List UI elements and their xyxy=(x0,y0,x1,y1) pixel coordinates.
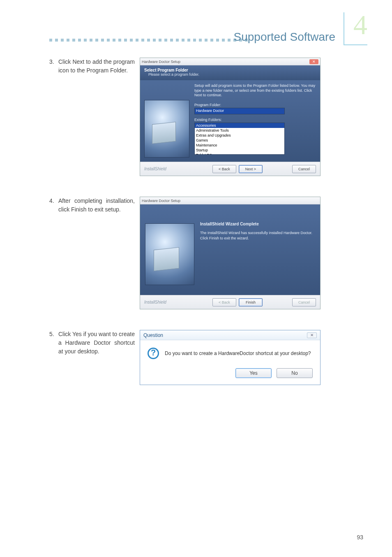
chapter-number: 4 xyxy=(353,11,367,39)
installer-dialog-complete: Hardware Doctor Setup InstallShield Wiza… xyxy=(140,197,321,309)
cancel-button[interactable]: Cancel xyxy=(292,165,316,173)
step-number: 4. xyxy=(49,197,58,214)
step-number: 5. xyxy=(49,330,58,356)
list-item[interactable]: Games xyxy=(195,138,284,143)
list-item[interactable]: Startup xyxy=(195,148,284,153)
cancel-button: Cancel xyxy=(292,298,316,306)
wizard-image xyxy=(144,100,189,158)
dialog-header-band: Select Program Folder Please select a pr… xyxy=(140,65,320,80)
dialog-title: Hardware Doctor Setup xyxy=(142,199,180,203)
decorative-dots xyxy=(49,39,236,42)
step-3: 3. Click Next to add the pro­gram icon t… xyxy=(49,58,363,176)
question-dialog: Question ✕ Do you want to create a Hardw… xyxy=(140,330,321,385)
brand-label: InstallShield xyxy=(144,167,166,171)
list-item[interactable]: Maintenance xyxy=(195,143,284,148)
dialog-footer: InstallShield < Back Next > Cancel xyxy=(140,162,320,176)
list-item[interactable]: Tablet PC xyxy=(195,153,284,155)
step-text: After completing instal­lation, click Fi… xyxy=(58,197,135,214)
dialog-title: Hardware Doctor Setup xyxy=(142,60,180,64)
step-text: Click Next to add the pro­gram icon to t… xyxy=(58,58,135,75)
back-button[interactable]: < Back xyxy=(212,165,236,173)
band-subtitle: Please select a program folder. xyxy=(148,72,316,77)
yes-button[interactable]: Yes xyxy=(235,368,272,378)
page-header: Supported Software 4 xyxy=(0,21,367,53)
step-5: 5. Click Yes if you want to create a Har… xyxy=(49,330,363,385)
dialog-title: Question xyxy=(143,332,163,338)
complete-text: The InstallShield Wizard has successfull… xyxy=(200,230,315,241)
back-button: < Back xyxy=(212,298,236,306)
dialog-titlebar: Question ✕ xyxy=(140,330,320,340)
step-4: 4. After completing instal­lation, click… xyxy=(49,197,363,309)
next-button[interactable]: Next > xyxy=(239,165,263,173)
dialog-body: InstallShield Wizard Complete The Instal… xyxy=(140,204,320,295)
page-content: 3. Click Next to add the pro­gram icon t… xyxy=(49,58,363,406)
instruction-text: Setup will add program icons to the Prog… xyxy=(194,84,316,98)
close-icon[interactable]: ✕ xyxy=(309,59,318,64)
dialog-footer: InstallShield < Back Finish Cancel xyxy=(140,295,320,309)
step-text: Click Yes if you want to create a Hardwa… xyxy=(58,330,135,356)
list-item[interactable]: Accessories xyxy=(195,123,284,128)
finish-button[interactable]: Finish xyxy=(239,298,263,306)
list-item[interactable]: Extras and Upgrades xyxy=(195,133,284,138)
complete-heading: InstallShield Wizard Complete xyxy=(200,222,315,226)
dialog-body: Do you want to create a HardwareDoctor s… xyxy=(140,340,320,362)
dialog-titlebar: Hardware Doctor Setup xyxy=(140,197,320,204)
dialog-body: Setup will add program icons to the Prog… xyxy=(140,80,320,162)
list-item[interactable]: Administrative Tools xyxy=(195,128,284,133)
chapter-title: Supported Software xyxy=(234,30,336,44)
program-folder-label: Program Folder: xyxy=(194,103,316,107)
existing-folders-list[interactable]: Accessories Administrative Tools Extras … xyxy=(194,123,285,155)
close-icon[interactable]: ✕ xyxy=(307,332,317,338)
no-button[interactable]: No xyxy=(277,368,313,378)
program-folder-input[interactable]: Hardware Doctor xyxy=(194,108,285,114)
band-title: Select Program Folder xyxy=(144,68,316,72)
question-icon xyxy=(148,348,159,359)
page-number: 93 xyxy=(357,534,363,541)
dialog-titlebar: Hardware Doctor Setup ✕ xyxy=(140,58,320,65)
brand-label: InstallShield xyxy=(144,300,166,304)
existing-folders-label: Existing Folders: xyxy=(194,118,316,122)
wizard-image xyxy=(145,223,194,285)
dialog-buttons: Yes No xyxy=(140,362,320,385)
installer-dialog-select-folder: Hardware Doctor Setup ✕ Select Program F… xyxy=(140,58,321,176)
question-text: Do you want to create a HardwareDoctor s… xyxy=(165,350,311,356)
step-number: 3. xyxy=(49,58,58,75)
